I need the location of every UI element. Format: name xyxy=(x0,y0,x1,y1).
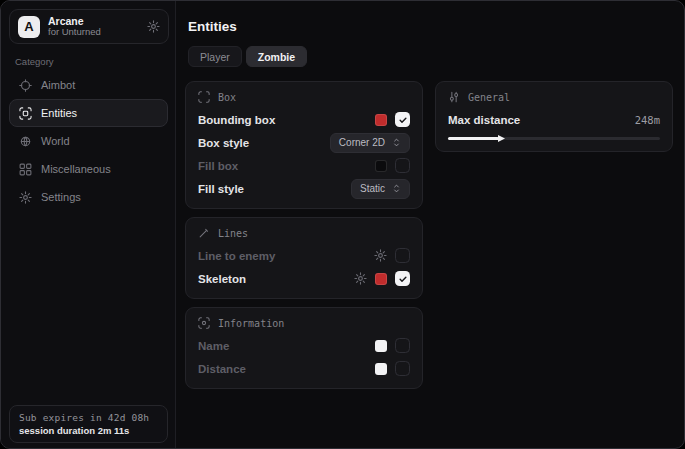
row-label: Fill style xyxy=(198,183,244,195)
grid-icon xyxy=(19,163,32,176)
subscription-status-card: Sub expires in 42d 08h session duration … xyxy=(9,405,168,443)
info-scan-icon xyxy=(198,317,210,329)
sidebar-item-aimbot[interactable]: Aimbot xyxy=(9,71,168,99)
row-label: Fill box xyxy=(198,160,238,172)
checkbox-unchecked[interactable] xyxy=(395,338,410,353)
sidebar-item-label: Entities xyxy=(41,107,77,119)
globe-icon xyxy=(19,135,32,148)
row-label: Bounding box xyxy=(198,114,275,126)
row-label: Box style xyxy=(198,137,249,149)
setting-row-max-distance: Max distance 248m xyxy=(448,108,660,131)
dropdown-value: Corner 2D xyxy=(339,137,385,148)
row-label: Skeleton xyxy=(198,273,246,285)
pencil-line-icon xyxy=(198,227,210,239)
row-settings-gear-icon[interactable] xyxy=(374,249,387,262)
lines-card-title: Lines xyxy=(218,228,248,239)
checkbox-checked[interactable] xyxy=(395,112,410,127)
chevron-up-down-icon xyxy=(392,183,401,194)
left-column: Box Bounding box Box style Corner 2D xyxy=(185,81,423,389)
entity-tabs: Player Zombie xyxy=(188,46,307,67)
setting-row-skeleton: Skeleton xyxy=(198,267,410,290)
setting-row-bounding-box: Bounding box xyxy=(198,108,410,131)
app-subtitle: for Unturned xyxy=(48,27,139,38)
sidebar-item-settings[interactable]: Settings xyxy=(9,183,168,211)
information-card-header: Information xyxy=(198,317,410,329)
app-logo: A xyxy=(18,16,40,38)
sidebar-item-label: World xyxy=(41,135,70,147)
setting-row-box-style: Box style Corner 2D xyxy=(198,131,410,154)
color-swatch[interactable] xyxy=(375,273,387,285)
tab-player[interactable]: Player xyxy=(188,46,242,67)
row-label: Name xyxy=(198,340,229,352)
checkbox-unchecked[interactable] xyxy=(395,158,410,173)
sidebar-item-miscellaneous[interactable]: Miscellaneous xyxy=(9,155,168,183)
scan-brackets-icon xyxy=(198,91,210,103)
general-card-header: General xyxy=(448,91,660,103)
check-icon xyxy=(398,115,408,125)
sidebar-item-label: Miscellaneous xyxy=(41,163,111,175)
app-window: A Arcane for Unturned Category Aimbot En… xyxy=(0,0,685,449)
tab-zombie[interactable]: Zombie xyxy=(246,46,307,67)
category-label: Category xyxy=(15,56,54,67)
max-distance-slider[interactable] xyxy=(448,133,660,143)
sidebar-item-label: Aimbot xyxy=(41,79,75,91)
setting-row-fill-box: Fill box xyxy=(198,154,410,177)
setting-row-line-to-enemy: Line to enemy xyxy=(198,244,410,267)
box-card-title: Box xyxy=(218,92,236,103)
sub-expiry-text: Sub expires in 42d 08h xyxy=(19,412,158,423)
sliders-icon xyxy=(448,91,460,103)
color-swatch[interactable] xyxy=(375,340,387,352)
page-title: Entities xyxy=(188,19,237,34)
app-title-block: Arcane for Unturned xyxy=(48,15,139,38)
checkbox-unchecked[interactable] xyxy=(395,361,410,376)
color-swatch[interactable] xyxy=(375,114,387,126)
slider-thumb-icon[interactable] xyxy=(497,134,506,143)
check-icon xyxy=(398,274,408,284)
sidebar-item-world[interactable]: World xyxy=(9,127,168,155)
gear-icon xyxy=(19,191,32,204)
app-settings-gear-icon[interactable] xyxy=(147,20,160,33)
color-swatch[interactable] xyxy=(375,363,387,375)
lines-card: Lines Line to enemy Skeleton xyxy=(185,217,423,299)
setting-row-fill-style: Fill style Static xyxy=(198,177,410,200)
general-card: General Max distance 248m xyxy=(435,81,673,152)
color-swatch[interactable] xyxy=(375,160,387,172)
row-label: Line to enemy xyxy=(198,250,275,262)
fill-style-dropdown[interactable]: Static xyxy=(351,179,410,199)
row-label: Max distance xyxy=(448,114,520,126)
right-column: General Max distance 248m xyxy=(435,81,673,152)
sidebar-item-entities[interactable]: Entities xyxy=(9,99,168,127)
box-card-header: Box xyxy=(198,91,410,103)
main-panel: Entities Player Zombie Box Bounding box xyxy=(177,1,684,448)
sidebar-item-label: Settings xyxy=(41,191,81,203)
slider-fill xyxy=(448,137,499,140)
crosshair-icon xyxy=(19,79,32,92)
general-card-title: General xyxy=(468,92,510,103)
information-card: Information Name Distance xyxy=(185,307,423,389)
information-card-title: Information xyxy=(218,318,284,329)
entities-scan-icon xyxy=(19,107,32,120)
checkbox-checked[interactable] xyxy=(395,271,410,286)
setting-row-name: Name xyxy=(198,334,410,357)
setting-row-distance: Distance xyxy=(198,357,410,380)
dropdown-value: Static xyxy=(360,183,385,194)
chevron-up-down-icon xyxy=(392,137,401,148)
max-distance-value: 248m xyxy=(635,114,660,126)
row-settings-gear-icon[interactable] xyxy=(354,272,367,285)
sidebar-nav: Aimbot Entities World Miscellaneous Sett… xyxy=(9,71,168,211)
lines-card-header: Lines xyxy=(198,227,410,239)
row-label: Distance xyxy=(198,363,246,375)
app-header-card: A Arcane for Unturned xyxy=(9,9,169,44)
session-duration-text: session duration 2m 11s xyxy=(19,425,158,436)
box-style-dropdown[interactable]: Corner 2D xyxy=(330,133,410,153)
checkbox-unchecked[interactable] xyxy=(395,248,410,263)
sidebar: A Arcane for Unturned Category Aimbot En… xyxy=(1,1,176,448)
box-card: Box Bounding box Box style Corner 2D xyxy=(185,81,423,209)
